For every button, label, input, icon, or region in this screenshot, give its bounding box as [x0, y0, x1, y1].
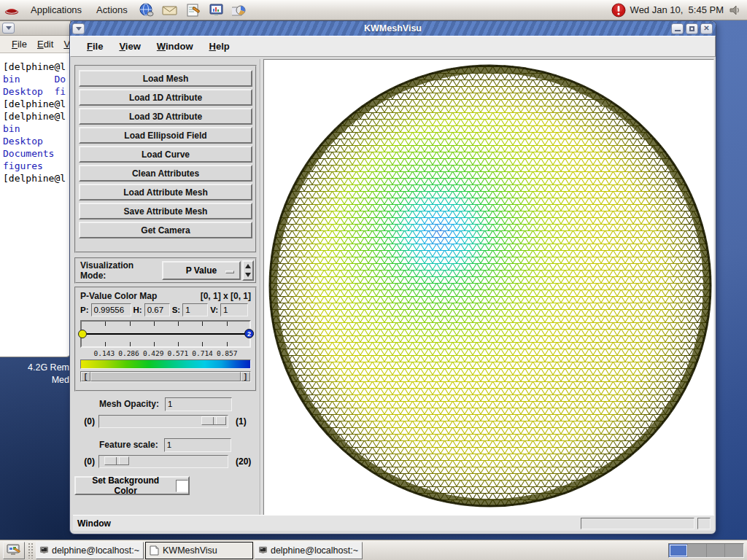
colormap-handle-right[interactable]: 2: [244, 329, 254, 338]
menu-view[interactable]: View: [119, 41, 140, 52]
feature-scale-field[interactable]: 1: [164, 438, 231, 452]
save-attribute-mesh-button[interactable]: Save Attribute Mesh: [79, 203, 252, 219]
h-label: H:: [133, 306, 142, 314]
colormap-function-editor[interactable]: 2: [80, 320, 251, 348]
maximize-icon[interactable]: [686, 23, 698, 34]
email-icon[interactable]: [160, 1, 179, 19]
range-right-grip[interactable]: ]: [241, 372, 250, 381]
window-menu-icon[interactable]: [2, 23, 15, 34]
progress-gauge: [581, 518, 694, 529]
volume-icon[interactable]: [728, 3, 741, 17]
taskbar-drag-handle[interactable]: [28, 542, 33, 559]
feature-scale-label: Feature scale:: [99, 440, 158, 450]
terminal-output[interactable]: [delphine@l bin Do Desktop fi [delphine@…: [0, 53, 70, 184]
document-icon: [150, 545, 159, 556]
web-browser-icon[interactable]: [137, 1, 156, 19]
task-terminal-2[interactable]: delphine@localhost:~: [255, 542, 363, 559]
status-grip[interactable]: [697, 518, 711, 529]
terminal-line: figures: [3, 160, 67, 172]
visualization-mode-select[interactable]: P Value: [162, 261, 241, 280]
workspace-3[interactable]: [707, 544, 726, 557]
background-color-swatch: [176, 480, 188, 492]
menu-help[interactable]: Help: [209, 41, 230, 52]
range-left-grip[interactable]: [: [81, 372, 90, 381]
terminal-line: Desktop fi: [3, 85, 67, 98]
mesh-opacity-label: Mesh Opacity:: [99, 399, 159, 409]
terminal-menu-file[interactable]: File: [12, 39, 27, 50]
close-icon[interactable]: ✕: [700, 23, 713, 34]
terminal-line: [delphine@l: [3, 98, 67, 110]
applications-menu[interactable]: Applications: [23, 0, 89, 20]
spin-up-icon[interactable]: [244, 262, 252, 271]
mesh-sphere: [264, 60, 713, 515]
desktop-media-icon-label[interactable]: 4.2G Rem Med: [0, 362, 69, 386]
task-terminal-1[interactable]: delphine@localhost:~: [36, 542, 144, 559]
control-panel: Load Mesh Load 1D Attribute Load 3D Attr…: [73, 59, 258, 516]
clock[interactable]: Wed Jan 10, 5:45 PM: [630, 4, 724, 15]
colormap-range-scrollbar[interactable]: [ ]: [80, 371, 251, 382]
top-panel: Applications Actions: [0, 0, 747, 20]
render-viewport[interactable]: [263, 59, 714, 516]
terminal-icon: [259, 545, 267, 555]
alert-notification-icon[interactable]: [611, 3, 626, 18]
opacity-min-label: (0): [73, 416, 95, 427]
s-value-field[interactable]: 1: [182, 303, 208, 316]
terminal-line: bin Do: [3, 73, 67, 85]
set-background-color-button[interactable]: Set Background Color: [74, 476, 190, 495]
p-value-field[interactable]: 0.99556: [91, 303, 131, 316]
h-value-field[interactable]: 0.67: [144, 303, 170, 316]
visualization-mode-frame: Visualization Mode: P Value: [74, 257, 257, 284]
minimize-icon[interactable]: [671, 23, 684, 34]
actions-menu[interactable]: Actions: [89, 0, 135, 20]
v-value-field[interactable]: 1: [220, 303, 248, 316]
show-desktop-button[interactable]: [3, 542, 25, 559]
get-camera-button[interactable]: Get Camera: [79, 222, 252, 238]
terminal-menu-edit[interactable]: Edit: [37, 39, 53, 50]
range-thumb[interactable]: [90, 372, 241, 381]
load-mesh-button[interactable]: Load Mesh: [79, 70, 252, 87]
load-3d-attribute-button[interactable]: Load 3D Attribute: [79, 108, 252, 125]
panel-divider[interactable]: [260, 59, 261, 516]
spin-down-icon[interactable]: [244, 271, 252, 279]
redhat-menu-icon[interactable]: [2, 1, 21, 19]
feature-max-label: (20): [232, 456, 258, 467]
mesh-opacity-field[interactable]: 1: [165, 397, 232, 411]
workspace-switcher: [668, 543, 744, 558]
visualization-mode-label: Visualization Mode:: [80, 260, 158, 281]
p-label: P:: [80, 306, 89, 314]
spreadsheet-pie-icon[interactable]: [231, 1, 249, 19]
word-processor-icon[interactable]: [184, 1, 203, 19]
mesh-opacity-slider[interactable]: [98, 415, 228, 428]
show-desktop-icon: [7, 544, 21, 556]
load-1d-attribute-button[interactable]: Load 1D Attribute: [79, 89, 252, 106]
feature-slider-handle[interactable]: [104, 456, 129, 465]
presentation-icon[interactable]: [207, 1, 226, 19]
visualization-mode-spinner[interactable]: [242, 260, 254, 281]
menu-window[interactable]: Window: [157, 41, 193, 52]
colormap-tick-labels: 0.143 0.286 0.429 0.571 0.714 0.857: [80, 349, 251, 357]
opacity-slider-handle[interactable]: [201, 416, 226, 425]
window-menu-icon[interactable]: [72, 23, 85, 34]
terminal-menubar: File Edit View: [0, 36, 70, 53]
terminal-line: bin: [3, 122, 67, 135]
load-ellipsoid-field-button[interactable]: Load Ellipsoid Field: [79, 127, 252, 144]
kwmeshvisu-menubar: File View Window Help: [70, 36, 716, 57]
colormap-title: P-Value Color Map: [80, 291, 157, 301]
feature-scale-slider[interactable]: [98, 455, 228, 468]
terminal-line: Desktop: [3, 135, 67, 147]
colormap-range: [0, 1] x [0, 1]: [201, 291, 251, 301]
load-attribute-mesh-button[interactable]: Load Attribute Mesh: [79, 184, 252, 201]
kwmeshvisu-titlebar[interactable]: KWMeshVisu ✕: [70, 21, 716, 36]
load-curve-button[interactable]: Load Curve: [79, 146, 252, 163]
colormap-handle-left[interactable]: [78, 330, 87, 338]
status-text: Window: [73, 518, 111, 529]
clean-attributes-button[interactable]: Clean Attributes: [79, 165, 252, 182]
menu-file[interactable]: File: [87, 41, 103, 52]
terminal-window[interactable]: File Edit View [delphine@l bin Do Deskto…: [0, 20, 71, 357]
workspace-1[interactable]: [669, 544, 688, 557]
workspace-4[interactable]: [725, 544, 743, 557]
terminal-titlebar[interactable]: [0, 21, 70, 36]
opacity-max-label: (1): [232, 416, 258, 427]
workspace-2[interactable]: [688, 544, 707, 557]
task-kwmeshvisu[interactable]: KWMeshVisu: [145, 542, 253, 559]
